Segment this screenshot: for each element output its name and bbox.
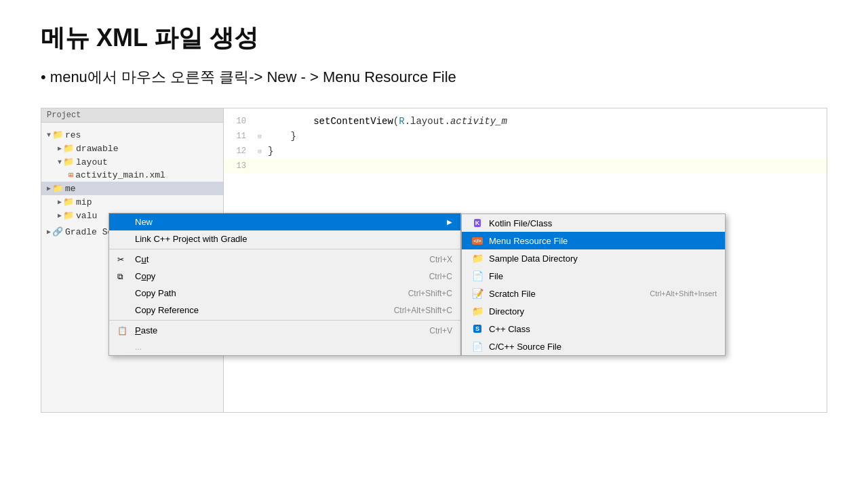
tree-label: valu: [76, 211, 97, 221]
code-lines: 10 setContentView(R.layout.activity_m 11…: [224, 108, 827, 179]
tree-label: layout: [76, 157, 108, 167]
menu-item-label-copy: Copy: [135, 271, 416, 281]
code-text: }: [265, 131, 296, 142]
tree-label: drawable: [76, 144, 118, 154]
scissors-icon: ✂: [117, 255, 131, 264]
context-menu-item-copy[interactable]: ⧉ Copy Ctrl+C: [109, 268, 460, 285]
submenu-label-sample-data: Sample Data Directory: [489, 253, 578, 264]
file-doc-icon: 📄: [472, 270, 484, 281]
menu-item-label-copyref: Copy Reference: [135, 305, 380, 315]
shortcut-copy: Ctrl+C: [429, 272, 452, 281]
file-icon: 📄: [470, 270, 485, 281]
folder-dir-icon: 📁: [472, 306, 484, 317]
submenu-label-kotlin: Kotlin File/Class: [489, 218, 552, 228]
context-menu-item-paste[interactable]: 📋 Paste Ctrl+V: [109, 322, 460, 339]
page-title: 메뉴 XML 파일 생성: [0, 0, 868, 67]
scratch-file-icon: 📝: [472, 288, 484, 299]
s-badge: S: [473, 325, 481, 333]
tree-label: activity_main.xml: [75, 170, 165, 180]
code-text: }: [265, 146, 273, 157]
line-number: 12: [224, 146, 254, 156]
arrow-icon: ▶: [58, 211, 62, 220]
shortcut-cut: Ctrl+X: [429, 255, 452, 264]
context-menu-item-copy-ref[interactable]: Copy Reference Ctrl+Alt+Shift+C: [109, 302, 460, 319]
menu-item-label-new: New: [135, 217, 441, 227]
arrow-icon: ▶: [58, 144, 62, 152]
shortcut-paste: Ctrl+V: [429, 326, 452, 336]
arrow-icon: ▶: [47, 228, 51, 236]
menu-separator-1: [109, 249, 460, 249]
line-number: 10: [224, 117, 254, 126]
folder-icon: 📁: [52, 183, 63, 194]
arrow-icon: ▼: [58, 159, 62, 166]
cpp-class-icon: S: [470, 323, 485, 334]
tree-label: me: [65, 184, 76, 194]
code-line-13: 13: [224, 159, 827, 174]
kotlin-icon: K: [470, 218, 485, 228]
submenu-label-cpp-class: C++ Class: [489, 324, 530, 334]
code-text: setContentView(R.layout.activity_m: [265, 116, 507, 127]
submenu-label-directory: Directory: [489, 306, 524, 317]
code-line-10: 10 setContentView(R.layout.activity_m: [224, 114, 827, 129]
folder-icon: 📁: [52, 129, 63, 140]
menu-separator-2: [109, 320, 460, 321]
submenu-item-directory[interactable]: 📁 Directory: [462, 302, 725, 320]
cpp-source-icon: 📄: [470, 341, 485, 352]
submenu-item-cpp-source[interactable]: 📄 C/C++ Source File: [462, 338, 725, 355]
line-marker: ⊟: [254, 148, 265, 155]
tree-item-activity-main[interactable]: ⊞ activity_main.xml: [41, 169, 223, 182]
tree-item-layout[interactable]: ▼ 📁 layout: [41, 155, 223, 169]
code-line-11: 11 ⊟ }: [224, 129, 827, 144]
arrow-icon: ▼: [47, 131, 51, 139]
xml-file-icon: ⊞: [68, 170, 73, 180]
folder-icon: 📁: [63, 197, 74, 207]
context-menu: New ▶ Link C++ Project with Gradle ✂ Cut…: [108, 213, 461, 356]
kotlin-badge: K: [474, 219, 481, 227]
context-menu-item-cut[interactable]: ✂ Cut Ctrl+X: [109, 251, 460, 268]
tree-item-drawable[interactable]: ▶ 📁 drawable: [41, 142, 223, 155]
xml-menu-icon: </>: [470, 235, 485, 246]
submenu-label-cpp-source: C/C++ Source File: [489, 342, 561, 352]
directory-icon: 📁: [470, 306, 485, 317]
code-line-12: 12 ⊟ }: [224, 144, 827, 159]
submenu-new: K Kotlin File/Class </> Menu Resource Fi…: [461, 214, 726, 356]
submenu-item-kotlin[interactable]: K Kotlin File/Class: [462, 214, 725, 232]
copy-icon: ⧉: [117, 272, 131, 281]
screenshot-area: Project ▼ 📁 res ▶ 📁 drawable ▼ 📁 layout: [41, 108, 827, 413]
folder-sample-icon: 📁: [470, 253, 485, 264]
tree-label: res: [65, 130, 81, 140]
subtitle: • menu에서 마우스 오른쪽 클릭-> New - > Menu Resou…: [0, 67, 868, 108]
submenu-item-sample-data[interactable]: 📁 Sample Data Directory: [462, 249, 725, 267]
context-menu-item-copy-path[interactable]: Copy Path Ctrl+Shift+C: [109, 285, 460, 302]
scratch-icon: 📝: [470, 288, 485, 299]
submenu-label-menu-resource: Menu Resource File: [489, 236, 568, 246]
tree-item-menu[interactable]: ▶ 📁 me: [41, 182, 223, 195]
line-marker: ⊟: [254, 133, 265, 140]
line-number: 11: [224, 131, 254, 141]
folder-icon: 📁: [63, 210, 74, 221]
menu-item-label-cut: Cut: [135, 254, 416, 264]
line-number: 13: [224, 161, 254, 171]
paste-icon: 📋: [117, 326, 131, 336]
context-menu-item-more[interactable]: ...: [109, 339, 460, 355]
shortcut-scratch: Ctrl+Alt+Shift+Insert: [650, 289, 717, 298]
arrow-icon: ▶: [47, 184, 51, 192]
context-menu-item-new[interactable]: New ▶: [109, 214, 460, 230]
folder-icon: 📁: [63, 143, 74, 154]
submenu-label-file: File: [489, 271, 503, 281]
menu-item-label-paste: Paste: [135, 325, 416, 336]
submenu-arrow-icon: ▶: [447, 218, 452, 226]
xml-badge: </>: [472, 237, 483, 245]
shortcut-copypath: Ctrl+Shift+C: [408, 289, 452, 298]
context-menu-item-link-cpp[interactable]: Link C++ Project with Gradle: [109, 230, 460, 247]
shortcut-copyref: Ctrl+Alt+Shift+C: [394, 306, 452, 315]
submenu-item-file[interactable]: 📄 File: [462, 267, 725, 285]
tree-item-mip[interactable]: ▶ 📁 mip: [41, 195, 223, 209]
submenu-item-cpp-class[interactable]: S C++ Class: [462, 320, 725, 338]
menu-item-label-copypath: Copy Path: [135, 288, 395, 298]
tree-label: mip: [76, 197, 92, 207]
submenu-label-scratch: Scratch File: [489, 289, 536, 299]
submenu-item-menu-resource[interactable]: </> Menu Resource File: [462, 232, 725, 249]
tree-item-res[interactable]: ▼ 📁 res: [41, 128, 223, 142]
submenu-item-scratch[interactable]: 📝 Scratch File Ctrl+Alt+Shift+Insert: [462, 285, 725, 302]
